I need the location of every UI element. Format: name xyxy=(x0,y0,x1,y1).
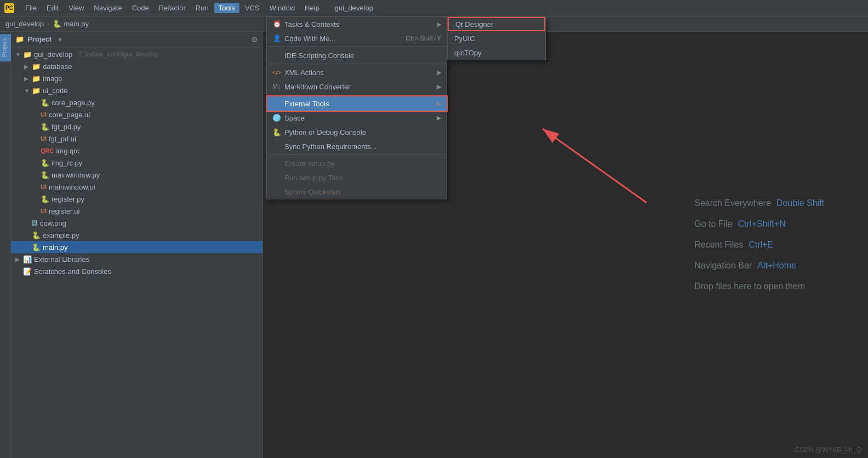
shortcut-navbar: Navigation Bar Alt+Home xyxy=(694,261,824,271)
menu-item-label: Sync Python Requirements... xyxy=(284,142,376,151)
setup-icon xyxy=(272,159,281,168)
python-console-icon: 🐍 xyxy=(272,128,281,136)
menu-window[interactable]: Window xyxy=(265,3,299,13)
tree-item-label: core_page.py xyxy=(52,99,95,107)
tree-item-label: gui_develop xyxy=(34,50,72,59)
submenu-item-qt-designer[interactable]: Qt Designer xyxy=(448,17,545,31)
python-file-icon: 🐍 xyxy=(41,195,49,203)
tree-item-core-page-ui[interactable]: UI core_page.ui xyxy=(11,108,262,121)
tree-item-label: database xyxy=(43,62,72,71)
tree-item-mainwindow-ui[interactable]: UI mainwindow.ui xyxy=(11,181,262,193)
python-file-icon: 🐍 xyxy=(32,243,41,251)
project-settings-icon[interactable]: ⚙ xyxy=(251,35,258,44)
menu-item-python-console[interactable]: 🐍 Python or Debug Console xyxy=(267,125,447,139)
tree-item-img-rc-py[interactable]: 🐍 img_rc.py xyxy=(11,157,262,169)
menu-item-label: Run setup.py Task... xyxy=(284,174,349,182)
menu-item-label: External Tools xyxy=(284,100,329,108)
sphinx-icon xyxy=(272,187,281,196)
menu-navigate[interactable]: Navigate xyxy=(89,3,126,13)
shortcut-label: Ctrl+Shift+Y xyxy=(406,35,441,42)
tree-item-ext-libs[interactable]: ▶ 📊 External Libraries xyxy=(11,253,262,265)
breadcrumb-file[interactable]: 🐍 main.py xyxy=(53,20,89,28)
chevron-right-icon: ▶ xyxy=(24,76,30,82)
shortcut-key-recent: Ctrl+E xyxy=(749,240,773,250)
project-panel: 📁 Project ▼ ⚙ ▼ 📁 gui_develop E:\relate_… xyxy=(11,32,263,458)
python-file-icon: 🐍 xyxy=(41,159,49,167)
external-tools-icon xyxy=(272,99,281,108)
shortcut-label: Search Everywhere xyxy=(694,198,771,208)
folder-icon: 📁 xyxy=(15,35,24,43)
tree-item-img-qrc[interactable]: QRC img.qrc xyxy=(11,145,262,157)
tree-item-register-py[interactable]: 🐍 register.py xyxy=(11,193,262,205)
menu-help[interactable]: Help xyxy=(300,3,324,13)
menu-vcs[interactable]: VCS xyxy=(241,3,264,13)
menu-edit[interactable]: Edit xyxy=(42,3,63,13)
menu-view[interactable]: View xyxy=(64,3,88,13)
shortcut-goto: Go to File Ctrl+Shift+N xyxy=(694,219,824,229)
tools-dropdown-menu: ⏰ Tasks & Contexts ▶ 👤 Code With Me... C… xyxy=(266,16,447,199)
tree-item-database[interactable]: ▶ 📁 database xyxy=(11,60,262,72)
tree-item-cow-png[interactable]: 🖼 cow.png xyxy=(11,217,262,229)
project-header: 📁 Project ▼ ⚙ xyxy=(11,32,262,47)
tree-item-scratches[interactable]: 📝 Scratches and Consoles xyxy=(11,265,262,277)
menu-tools[interactable]: Tools xyxy=(214,3,239,13)
menu-item-external-tools[interactable]: External Tools ▶ xyxy=(267,96,447,111)
png-file-icon: 🖼 xyxy=(32,220,38,226)
tree-item-label: mainwindow.ui xyxy=(49,183,95,191)
tree-item-fgt-pd-ui[interactable]: UI fgt_pd.ui xyxy=(11,133,262,145)
menu-item-create-setup: Create setup.py xyxy=(267,156,447,170)
menu-item-code-with-me[interactable]: 👤 Code With Me... Ctrl+Shift+Y xyxy=(267,31,447,45)
shortcut-key-goto: Ctrl+Shift+N xyxy=(738,219,786,229)
menu-item-run-setup: Run setup.py Task... xyxy=(267,170,447,185)
shortcut-hints: Search Everywhere Double Shift Go to Fil… xyxy=(694,198,824,291)
tree-item-core-page-py[interactable]: 🐍 core_page.py xyxy=(11,96,262,108)
menu-item-space[interactable]: Space ▶ xyxy=(267,111,447,125)
python-file-icon: 🐍 xyxy=(41,171,49,179)
tree-item-label: example.py xyxy=(43,231,79,239)
menu-item-label: qrcTOpy xyxy=(454,49,482,57)
submenu-arrow-icon: ▶ xyxy=(437,114,441,122)
chevron-right-icon: ▶ xyxy=(24,64,30,70)
menu-item-sphinx: Sphinx Quickstart xyxy=(267,185,447,199)
tree-item-gui-develop[interactable]: ▼ 📁 gui_develop E:\relate_code\gui_devel… xyxy=(11,48,262,60)
menu-item-xml-actions[interactable]: </> XML Actions ▶ xyxy=(267,65,447,79)
ui-file-icon: UI xyxy=(41,184,47,190)
tree-item-image[interactable]: ▶ 📁 image xyxy=(11,72,262,84)
tree-item-fgt-pd-py[interactable]: 🐍 fgt_pd.py xyxy=(11,121,262,133)
project-tab[interactable]: Project xyxy=(0,34,11,61)
menu-file[interactable]: File xyxy=(21,3,41,13)
chevron-down-icon: ▼ xyxy=(15,51,21,58)
menu-item-label: Code With Me... xyxy=(284,35,335,43)
tree-item-register-ui[interactable]: UI register.ui xyxy=(11,205,262,217)
tree-item-example-py[interactable]: 🐍 example.py xyxy=(11,229,262,241)
project-tree: ▼ 📁 gui_develop E:\relate_code\gui_devel… xyxy=(11,47,262,458)
menu-refactor[interactable]: Refactor xyxy=(155,3,190,13)
ide-scripting-icon xyxy=(272,51,281,60)
menu-item-markdown[interactable]: M↓ Markdown Converter ▶ xyxy=(267,79,447,94)
menu-item-tasks[interactable]: ⏰ Tasks & Contexts ▶ xyxy=(267,17,447,31)
menu-item-sync-python[interactable]: Sync Python Requirements... xyxy=(267,139,447,153)
tree-item-mainwindow-py[interactable]: 🐍 mainwindow.py xyxy=(11,169,262,181)
shortcut-recent: Recent Files Ctrl+E xyxy=(694,240,824,250)
menu-separator xyxy=(267,154,447,155)
menu-separator xyxy=(267,64,447,64)
menu-item-label: Markdown Converter xyxy=(284,83,351,91)
shortcut-search: Search Everywhere Double Shift xyxy=(694,198,824,208)
tree-item-main-py[interactable]: 🐍 main.py xyxy=(11,241,262,253)
submenu-item-qrctopy[interactable]: qrcTOpy xyxy=(448,45,545,60)
menu-item-label: PyUIC xyxy=(454,35,475,43)
sync-icon xyxy=(272,142,281,151)
submenu-item-pyuic[interactable]: PyUIC xyxy=(448,31,545,45)
menu-code[interactable]: Code xyxy=(128,3,153,13)
folder-icon: 📁 xyxy=(32,75,41,83)
tree-item-ui-code[interactable]: ▼ 📁 ui_code xyxy=(11,84,262,96)
project-dropdown-arrow[interactable]: ▼ xyxy=(57,36,63,43)
menu-item-label: XML Actions xyxy=(284,68,324,77)
chart-icon: 📊 xyxy=(23,255,32,264)
menu-run[interactable]: Run xyxy=(191,3,213,13)
submenu-arrow-icon: ▶ xyxy=(437,69,441,76)
tree-item-path: E:\relate_code\gui_develop xyxy=(79,50,158,58)
tree-item-label: External Libraries xyxy=(34,255,89,264)
breadcrumb-root[interactable]: gui_develop xyxy=(5,20,44,28)
menu-item-ide-scripting[interactable]: IDE Scripting Console xyxy=(267,48,447,62)
